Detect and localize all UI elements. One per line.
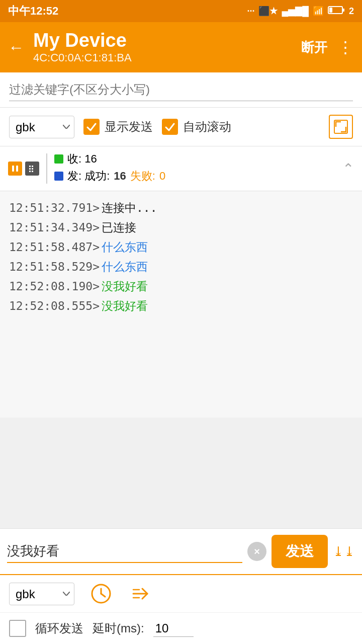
auto-scroll-label: 自动滚动 xyxy=(183,119,231,135)
more-menu-button[interactable]: ⋮ xyxy=(337,38,354,57)
log-time-5: 12:52:08.555> xyxy=(9,296,100,316)
svg-rect-2 xyxy=(329,8,332,13)
log-entry-1: 12:51:34.349> 已连接 xyxy=(9,218,353,237)
send-expand-button[interactable]: ⤓⤓ xyxy=(333,540,355,562)
signal-dots-icon: ··· xyxy=(247,6,254,17)
log-entry-4: 12:52:08.190> 没我好看 xyxy=(9,277,353,296)
svg-rect-11 xyxy=(32,171,33,172)
log-msg-4: 没我好看 xyxy=(102,277,148,296)
log-msg-0: 连接中... xyxy=(102,198,157,218)
log-time-4: 12:52:08.190> xyxy=(9,277,100,296)
svg-rect-4 xyxy=(12,166,14,172)
svg-rect-8 xyxy=(29,168,31,170)
send-fail-count: 0 xyxy=(159,170,165,183)
collapse-button[interactable]: ⌃ xyxy=(342,160,354,177)
loop-send-label: 循环发送 xyxy=(35,620,83,636)
battery-level: 2 xyxy=(349,6,354,17)
pause-icon[interactable] xyxy=(8,162,22,176)
send-indicator xyxy=(54,172,63,181)
svg-rect-7 xyxy=(32,166,33,167)
stats-icons xyxy=(8,162,39,176)
history-button[interactable] xyxy=(88,581,114,606)
status-time: 中午12:52 xyxy=(8,4,58,19)
log-time-3: 12:51:58.529> xyxy=(9,257,100,277)
log-msg-2: 什么东西 xyxy=(102,237,148,257)
auto-scroll-group: 自动滚动 xyxy=(162,119,231,135)
header-title-block: My Device 4C:C0:0A:C1:81:BA xyxy=(33,30,301,64)
expand-button[interactable] xyxy=(329,115,353,139)
header-actions: 断开 ⋮ xyxy=(301,38,354,57)
recv-indicator xyxy=(54,154,63,164)
stats-row: 收: 16 发: 成功: 16 失败: 0 ⌃ xyxy=(0,146,362,191)
send-success-count: 16 xyxy=(114,170,126,183)
quick-send-button[interactable] xyxy=(128,581,153,606)
stats-text: 收: 16 发: 成功: 16 失败: 0 xyxy=(54,151,337,186)
header: ← My Device 4C:C0:0A:C1:81:BA 断开 ⋮ xyxy=(0,22,362,72)
controls-row: gbk utf-8 ascii 显示发送 自动滚动 xyxy=(0,108,362,146)
status-bar: 中午12:52 ··· ⬛★ ▄▅▇█ 📶 2 xyxy=(0,0,362,22)
loop-row: 循环发送 延时(ms): xyxy=(0,613,362,644)
show-send-checkbox[interactable] xyxy=(83,119,100,135)
send-input[interactable] xyxy=(7,540,242,563)
svg-rect-1 xyxy=(342,9,344,12)
svg-rect-5 xyxy=(16,166,18,172)
device-mac: 4C:C0:0A:C1:81:BA xyxy=(33,51,301,64)
device-name: My Device xyxy=(33,30,301,51)
log-entry-5: 12:52:08.555> 没我好看 xyxy=(9,296,353,316)
send-row: × 发送 ⤓⤓ xyxy=(0,529,362,575)
log-msg-5: 没我好看 xyxy=(102,296,148,316)
show-send-label: 显示发送 xyxy=(105,119,153,135)
send-button[interactable]: 发送 xyxy=(272,535,328,568)
wifi-icon: 📶 xyxy=(313,6,324,17)
log-time-1: 12:51:34.349> xyxy=(9,218,100,237)
log-entry-3: 12:51:58.529> 什么东西 xyxy=(9,257,353,277)
show-send-group: 显示发送 xyxy=(83,119,153,135)
log-entry-0: 12:51:32.791> 连接中... xyxy=(9,198,353,218)
svg-rect-9 xyxy=(32,168,33,170)
back-button[interactable]: ← xyxy=(8,38,24,57)
options-row: gbk utf-8 ascii xyxy=(0,575,362,613)
encoding-select-top[interactable]: gbk utf-8 ascii xyxy=(9,116,74,138)
signal-bars-icon: ▄▅▇█ xyxy=(282,6,309,17)
send-stats-prefix: 发: 成功: xyxy=(67,169,110,184)
log-time-0: 12:51:32.791> xyxy=(9,198,100,218)
clear-log-icon[interactable] xyxy=(25,162,39,176)
loop-send-checkbox[interactable] xyxy=(9,620,26,637)
delay-input[interactable] xyxy=(153,620,194,637)
send-stats-line: 发: 成功: 16 失败: 0 xyxy=(54,169,337,184)
log-area: 12:51:32.791> 连接中... 12:51:34.349> 已连接 1… xyxy=(0,191,362,418)
chevron-down-icon: ⤓⤓ xyxy=(333,544,355,559)
log-time-2: 12:51:58.487> xyxy=(9,237,100,257)
log-msg-3: 什么东西 xyxy=(102,257,148,277)
clear-input-button[interactable]: × xyxy=(247,542,266,561)
status-icons: ··· ⬛★ ▄▅▇█ 📶 2 xyxy=(247,6,354,17)
bluetooth-icon: ⬛★ xyxy=(258,6,278,17)
svg-rect-6 xyxy=(29,166,31,167)
pause-icon-row xyxy=(8,162,39,176)
stats-divider xyxy=(46,153,47,184)
log-msg-1: 已连接 xyxy=(102,218,136,237)
send-fail-prefix: 失败: xyxy=(130,169,155,184)
log-entry-2: 12:51:58.487> 什么东西 xyxy=(9,237,353,257)
encoding-select-bottom[interactable]: gbk utf-8 ascii xyxy=(9,583,74,605)
battery-icon xyxy=(328,6,345,17)
filter-input[interactable] xyxy=(9,78,353,101)
auto-scroll-checkbox[interactable] xyxy=(162,119,178,135)
delay-label: 延时(ms): xyxy=(93,620,144,636)
disconnect-button[interactable]: 断开 xyxy=(301,39,327,56)
svg-line-14 xyxy=(101,594,105,597)
recv-stats-line: 收: 16 xyxy=(54,151,337,167)
recv-stats: 收: 16 xyxy=(67,151,97,167)
svg-rect-10 xyxy=(29,171,31,172)
bottom-bar: × 发送 ⤓⤓ gbk utf-8 ascii xyxy=(0,528,362,644)
filter-bar xyxy=(0,72,362,108)
